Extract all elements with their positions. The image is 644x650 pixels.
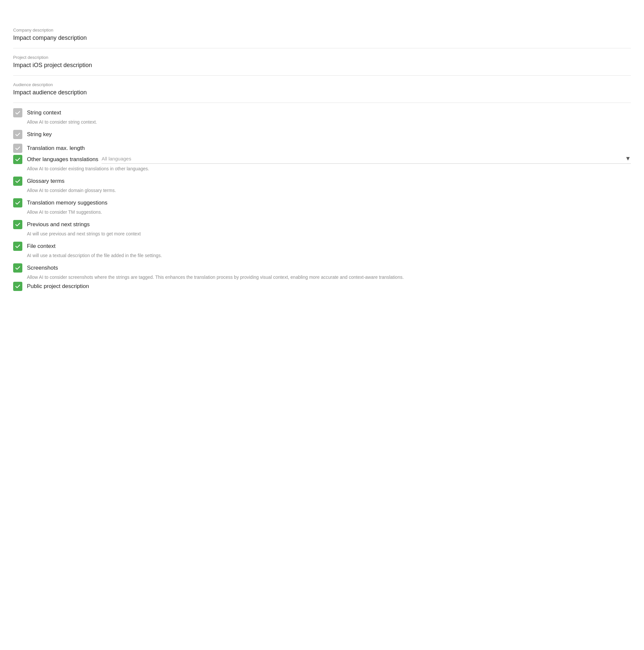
- checkbox-row-glossary-terms[interactable]: Glossary terms: [13, 177, 631, 186]
- checkbox-label-file-context: File context: [27, 243, 55, 250]
- checkbox-label-screenshots: Screenshots: [27, 265, 58, 271]
- field-label-1: Project description: [13, 55, 631, 60]
- checkbox-label-prev-next-strings: Previous and next strings: [27, 221, 90, 228]
- checkbox-row-prev-next-strings[interactable]: Previous and next strings: [13, 220, 631, 229]
- field-value-1: Impact iOS project description: [13, 62, 631, 69]
- checkbox-row-screenshots[interactable]: Screenshots: [13, 263, 631, 273]
- field-label-2: Audience description: [13, 82, 631, 87]
- checkbox-string-key[interactable]: [13, 130, 22, 139]
- checkbox-label-translation-max-length: Translation max. length: [27, 145, 85, 152]
- checkbox-public-project-description[interactable]: [13, 282, 22, 291]
- field-value-2: Impact audience description: [13, 89, 631, 96]
- field-label-0: Company description: [13, 28, 631, 33]
- checkbox-file-context[interactable]: [13, 242, 22, 251]
- checkbox-screenshots[interactable]: [13, 263, 22, 273]
- checkbox-translation-memory[interactable]: [13, 198, 22, 208]
- checkbox-description-prev-next-strings: AI will use previous and next strings to…: [27, 231, 631, 237]
- checkbox-row-file-context[interactable]: File context: [13, 242, 631, 251]
- checkbox-row-string-context[interactable]: String context: [13, 108, 631, 117]
- checkbox-label-public-project-description: Public project description: [27, 283, 89, 290]
- dropdown-arrow-icon-other-languages: ▼: [625, 155, 631, 162]
- checkbox-label-glossary-terms: Glossary terms: [27, 178, 65, 184]
- checkbox-description-screenshots: Allow AI to consider screenshots where t…: [27, 275, 631, 280]
- checkbox-label-translation-memory: Translation memory suggestions: [27, 200, 107, 206]
- checkbox-row-string-key[interactable]: String key: [13, 130, 631, 139]
- field-value-0: Impact company description: [13, 35, 631, 41]
- field-block-1: Project descriptionImpact iOS project de…: [13, 48, 631, 76]
- checkbox-glossary-terms[interactable]: [13, 177, 22, 186]
- checkbox-label-string-context: String context: [27, 109, 61, 116]
- checkbox-string-context[interactable]: [13, 108, 22, 117]
- checkbox-description-translation-memory: Allow AI to consider TM suggestions.: [27, 210, 631, 215]
- field-block-0: Company descriptionImpact company descri…: [13, 21, 631, 48]
- checkbox-row-other-languages[interactable]: Other languages translationsAll language…: [13, 155, 631, 164]
- checkbox-description-glossary-terms: Allow AI to consider domain glossary ter…: [27, 188, 631, 193]
- checkbox-label-other-languages: Other languages translations: [27, 156, 98, 163]
- checkbox-prev-next-strings[interactable]: [13, 220, 22, 229]
- checkbox-description-other-languages: Allow AI to consider existing translatio…: [27, 166, 631, 171]
- dropdown-other-languages[interactable]: All languages▼: [102, 155, 631, 164]
- checkbox-row-public-project-description[interactable]: Public project description: [13, 282, 631, 291]
- checkbox-with-dropdown-other-languages: Other languages translationsAll language…: [27, 155, 631, 164]
- checkbox-translation-max-length[interactable]: [13, 144, 22, 153]
- field-block-2: Audience descriptionImpact audience desc…: [13, 76, 631, 103]
- checkbox-row-translation-max-length[interactable]: Translation max. length: [13, 144, 631, 153]
- checkbox-other-languages[interactable]: [13, 155, 22, 164]
- dropdown-value-other-languages: All languages: [102, 156, 131, 161]
- checkbox-row-translation-memory[interactable]: Translation memory suggestions: [13, 198, 631, 208]
- checkbox-description-string-context: Allow AI to consider string context.: [27, 119, 631, 124]
- checkbox-description-file-context: AI will use a textual description of the…: [27, 253, 631, 258]
- checkbox-label-string-key: String key: [27, 131, 52, 138]
